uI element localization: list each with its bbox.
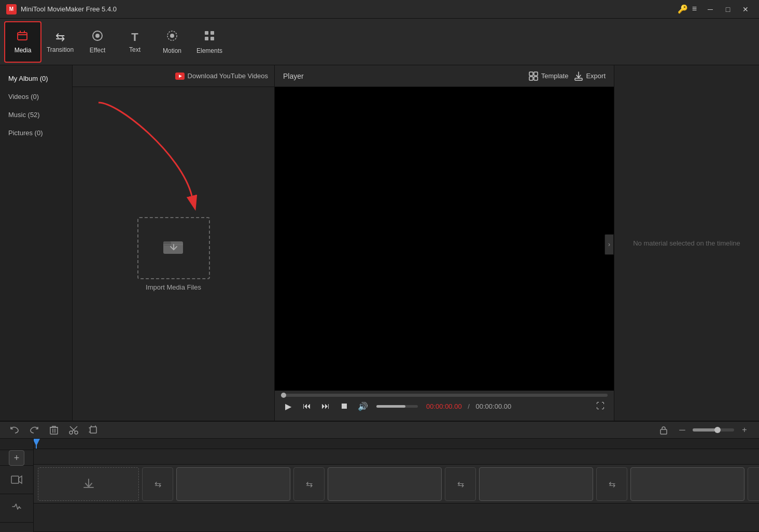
motion-label: Motion — [163, 47, 181, 54]
svg-rect-19 — [50, 427, 58, 434]
volume-bar[interactable] — [376, 405, 418, 408]
minimize-button[interactable]: ─ — [703, 4, 718, 15]
zoom-out-button[interactable]: ─ — [674, 422, 691, 438]
track-label-add: + — [0, 450, 33, 466]
zoom-lock-icon — [659, 425, 668, 435]
tab-text[interactable]: T Text — [116, 21, 153, 63]
svg-rect-13 — [163, 241, 171, 246]
tab-motion[interactable]: Motion — [153, 21, 191, 63]
skip-back-button[interactable]: ⏮ — [300, 399, 314, 413]
add-track-button[interactable]: + — [9, 450, 24, 466]
transition-icon: ⇆ — [55, 31, 65, 44]
zoom-slider[interactable] — [693, 428, 734, 432]
timeline-tracks: ⇆ ⇆ ⇆ ⇆ ⇆ — [34, 439, 759, 532]
import-area: Import Media Files — [73, 87, 274, 421]
motion-icon — [166, 30, 178, 45]
tab-transition[interactable]: ⇆ Transition — [41, 21, 79, 63]
ruler-space — [0, 439, 33, 450]
import-label: Import Media Files — [146, 283, 201, 291]
transition-slot-3[interactable]: ⇆ — [445, 467, 476, 501]
timeline-section: ─ + + — [0, 421, 759, 532]
fullscreen-button[interactable]: ⛶ — [593, 399, 608, 413]
zoom-handle — [714, 427, 721, 433]
play-button[interactable]: ▶ — [281, 399, 296, 413]
stop-button[interactable]: ⏹ — [337, 399, 352, 413]
media-area: Download YouTube Videos — [73, 65, 274, 421]
svg-rect-8 — [210, 37, 214, 40]
svg-point-3 — [170, 34, 174, 38]
controls-row: ▶ ⏮ ⏭ ⏹ 🔊 00:00:00.00 / 00:00:00.00 ⛶ — [281, 399, 608, 413]
crop-button[interactable] — [85, 422, 102, 438]
transition-slot-5[interactable]: ⇆ — [748, 467, 759, 501]
sidebar-item-pictures[interactable]: Pictures (0) — [0, 124, 72, 142]
properties-panel: No material selected on the timeline — [614, 65, 759, 421]
effect-label: Effect — [90, 47, 105, 54]
svg-rect-6 — [210, 31, 214, 35]
progress-handle — [281, 393, 286, 398]
svg-rect-17 — [534, 77, 538, 80]
no-material-text: No material selected on the timeline — [633, 239, 740, 247]
player-label: Player — [283, 72, 529, 80]
app-title: MiniTool MovieMaker Free 5.4.0 — [21, 5, 678, 13]
video-player — [275, 87, 614, 391]
transition-slot-2[interactable]: ⇆ — [293, 467, 325, 501]
volume-fill — [376, 405, 405, 408]
window-controls: ─ □ ✕ — [703, 4, 753, 15]
delete-icon — [50, 425, 58, 435]
video-track-row: ⇆ ⇆ ⇆ ⇆ ⇆ — [34, 465, 759, 504]
template-button[interactable]: Template — [529, 71, 569, 81]
redo-button[interactable] — [26, 422, 43, 438]
cut-icon — [69, 425, 78, 435]
svg-point-20 — [69, 431, 73, 434]
effect-icon — [91, 30, 104, 45]
time-total: 00:00:00.00 — [476, 402, 512, 410]
clip-slot-2 — [176, 467, 290, 501]
download-youtube-button[interactable]: Download YouTube Videos — [175, 72, 268, 80]
delete-button[interactable] — [46, 422, 62, 438]
playhead-marker — [34, 439, 40, 446]
zoom-in-button[interactable]: + — [736, 422, 753, 438]
expand-properties-button[interactable]: › — [605, 234, 614, 255]
svg-point-21 — [75, 431, 78, 434]
export-button[interactable]: Export — [574, 71, 606, 81]
import-media-box[interactable] — [137, 217, 210, 279]
titlebar: M MiniTool MovieMaker Free 5.4.0 🔑 ≡ ─ □… — [0, 0, 759, 19]
close-button[interactable]: ✕ — [738, 4, 753, 15]
sidebar-item-music[interactable]: Music (52) — [0, 106, 72, 124]
cut-button[interactable] — [65, 422, 82, 438]
transition-slot-1[interactable]: ⇆ — [142, 467, 173, 501]
sidebar-item-videos[interactable]: Videos (0) — [0, 88, 72, 106]
tab-effect[interactable]: Effect — [79, 21, 116, 63]
volume-button[interactable]: 🔊 — [356, 399, 370, 413]
time-separator: / — [466, 402, 472, 410]
zoom-lock-button[interactable] — [655, 422, 672, 438]
player-panel: Player Template Export — [275, 65, 614, 421]
video-track-icon — [11, 474, 22, 485]
tab-media[interactable]: Media — [4, 21, 41, 63]
text-label: Text — [129, 46, 140, 53]
tab-elements[interactable]: Elements — [191, 21, 228, 63]
timeline-sidebar: + — [0, 439, 34, 532]
svg-rect-14 — [529, 72, 533, 76]
audio-track-row — [34, 504, 759, 532]
svg-rect-5 — [205, 31, 208, 35]
svg-rect-7 — [205, 37, 208, 40]
timeline-content: + — [0, 439, 759, 532]
sidebar: My Album (0) Videos (0) Music (52) Pictu… — [0, 65, 73, 421]
folder-icon — [163, 237, 184, 259]
transition-label: Transition — [47, 46, 74, 53]
undo-button[interactable] — [6, 422, 23, 438]
clip-slot-import[interactable] — [38, 467, 139, 501]
timeline-ruler — [34, 439, 759, 449]
progress-bar[interactable] — [281, 394, 608, 397]
menu-icon[interactable]: ≡ — [692, 4, 697, 14]
skip-forward-button[interactable]: ⏭ — [318, 399, 333, 413]
main-toolbar: Media ⇆ Transition Effect T Text Motion — [0, 19, 759, 65]
sidebar-item-album[interactable]: My Album (0) — [0, 69, 72, 88]
crop-icon — [89, 425, 98, 435]
transition-slot-4[interactable]: ⇆ — [596, 467, 627, 501]
restore-button[interactable]: □ — [721, 4, 735, 15]
player-header-buttons: Template Export — [529, 71, 606, 81]
svg-rect-18 — [575, 78, 582, 80]
svg-rect-22 — [90, 427, 96, 433]
